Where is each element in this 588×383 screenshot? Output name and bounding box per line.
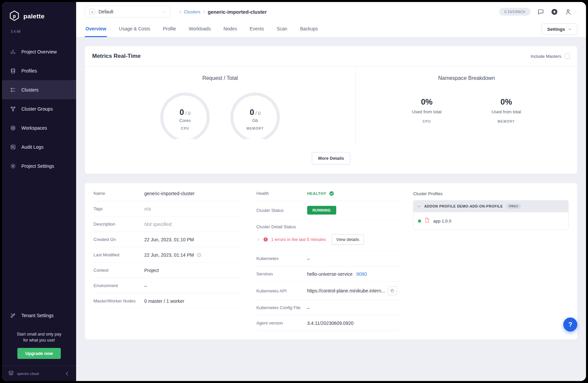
namespace-breakdown-section: Namespace Breakdown 0% Used from total C… [356,67,577,144]
namespace-cpu-stat: 0% Used from total CPU [412,97,441,123]
sidebar-item-profiles[interactable]: Profiles [2,61,76,80]
memory-percent: 0% [492,97,521,107]
tab-workloads[interactable]: Workloads [188,21,211,37]
project-selector[interactable]: Default [85,6,170,18]
cpu-gauge-total: / 0 [185,111,191,116]
breadcrumb-clusters-link[interactable]: Clusters [184,9,201,14]
view-details-button[interactable]: View details [332,234,364,245]
cpu-percent: 0% [412,97,441,107]
breadcrumb-current: generic-imported-cluster [208,9,267,15]
settings-button[interactable]: Settings [542,23,577,35]
request-total-section: Request / Total 0/ 0 Cores CPU [85,67,356,144]
sidebar-item-tenant-settings[interactable]: Tenant Settings [2,306,76,325]
footer-brand-name: spectro cloud [17,372,39,376]
breadcrumb: / Clusters / generic-imported-cluster [180,9,267,15]
sidebar-item-label: Tenant Settings [21,313,54,318]
more-details-button[interactable]: More Details [312,152,350,164]
main-area: Default / Clusters / generic-imported-cl… [76,2,586,381]
help-button[interactable]: ? [563,317,577,332]
chevron-down-icon [574,10,577,14]
detail-row-description: Description Not specified. [93,217,243,232]
check-circle-icon [329,191,334,196]
promo-text: Start small and only pay for what you us… [5,331,73,343]
memory-gauge-caption: MEMORY [246,127,264,130]
pack-status-dot [418,220,421,223]
sidebar-item-audit-logs[interactable]: Audit Logs [2,137,76,156]
gauges: 0/ 0 Cores CPU 0/ 0 Gb [85,93,355,142]
metrics-header: Metrics Real-Time Include Masters [85,46,577,67]
namespace-memory-stat: 0% Used from total MEMORY [492,97,521,123]
pack-name: app 1.0.0 [433,219,451,224]
metrics-title: Metrics Real-Time [92,53,141,59]
info-icon[interactable] [197,253,201,257]
memory-gauge-total: / 0 [255,111,261,116]
usage-credits-pill: 0.15/100kCh [499,8,531,16]
project-selector-value: Default [99,9,113,14]
sidebar-item-project-overview[interactable]: Project Overview [2,42,76,61]
request-total-title: Request / Total [85,75,355,81]
sidebar: p palette 3.4.48 Project Overview Profil… [2,2,76,381]
topbar-right: 0.15/100kCh [499,8,577,16]
chat-icon[interactable] [537,8,544,15]
user-icon [565,8,572,15]
user-menu[interactable] [565,8,577,15]
tab-backups[interactable]: Backups [299,21,319,37]
namespace-breakdown-title: Namespace Breakdown [356,75,577,81]
audit-shield-icon [10,144,16,150]
detail-row-kubernetes-api: Kubernetes API https://control-plane.min… [256,282,400,300]
details-left-column: Name generic-imported-cluster Tags n/a D… [93,186,243,309]
memory-gauge-value: 0 [250,108,254,117]
app-version: 3.4.48 [2,24,76,33]
pack-manifest-icon [425,218,429,224]
tab-usage-costs[interactable]: Usage & Costs [118,21,151,37]
sidebar-item-label: Profiles [21,68,37,74]
sidebar-item-project-settings[interactable]: Project Settings [2,156,76,175]
cpu-percent-label: Used from total [412,109,441,114]
metrics-footer: More Details [85,144,577,174]
include-masters-checkbox[interactable] [565,53,570,59]
detail-row-health: Health HEALTHY [256,186,400,201]
health-status-text: HEALTHY [307,191,327,196]
cluster-details-card: Name generic-imported-cluster Tags n/a D… [85,183,577,340]
detail-row-environment: Environment – [93,278,243,293]
sidebar-item-label: Project Overview [21,49,57,54]
detail-row-cluster-status: Cluster Status RUNNING [256,201,400,220]
upgrade-now-button[interactable]: Upgrade now [17,348,61,359]
include-masters-control: Include Masters [531,53,570,59]
detail-row-kubernetes-config: Kubernetes Config File – [256,300,400,315]
namespace-stats: 0% Used from total CPU 0% Used from tota… [356,97,577,123]
metrics-body: Request / Total 0/ 0 Cores CPU [85,67,577,144]
tab-profile[interactable]: Profile [162,21,177,37]
tab-overview[interactable]: Overview [85,21,107,37]
cpu-gauge: 0/ 0 Cores CPU [160,93,210,142]
bar-chart-icon [10,49,16,55]
service-port-link[interactable]: :8080 [355,271,367,277]
sidebar-item-workspaces[interactable]: Workspaces [2,118,76,137]
announcements-star-icon[interactable] [551,8,558,15]
network-nodes-icon [10,106,16,112]
cluster-detail-status-block: Cluster Detail Status 1 errors in the la… [256,220,400,251]
profile-pack-row[interactable]: app 1.0.0 [413,212,569,230]
sidebar-bottom: Tenant Settings Start small and only pay… [2,306,76,381]
sidebar-item-label: Project Settings [21,163,54,169]
sidebar-item-label: Workspaces [21,125,47,131]
copy-icon[interactable] [388,286,397,295]
cluster-profiles-title: Cluster Profiles [413,191,569,196]
brand-name: palette [23,13,44,20]
collapse-sidebar-icon[interactable] [64,371,70,377]
sidebar-item-cluster-groups[interactable]: Cluster Groups [2,99,76,118]
profile-group-header[interactable]: ADDON PROFILE DEMO-ADD-ON-PROFILE PROJ [413,200,569,212]
tab-nodes[interactable]: Nodes [223,21,237,37]
tab-scan[interactable]: Scan [276,21,288,37]
sidebar-item-clusters[interactable]: Clusters [2,80,76,99]
detail-row-context: Context Project [93,263,243,278]
error-message: 1 errors in the last 5 minutes [271,237,326,242]
clusters-list-icon [10,87,16,93]
tab-events[interactable]: Events [249,21,265,37]
profile-group-label: ADDON PROFILE DEMO-ADD-ON-PROFILE [424,204,503,208]
chevron-down-icon [162,10,166,14]
project-icon [89,9,95,15]
expand-chevron-icon[interactable] [256,237,260,243]
detail-row-tags: Tags n/a [93,201,243,217]
sidebar-item-label: Cluster Groups [21,106,53,112]
